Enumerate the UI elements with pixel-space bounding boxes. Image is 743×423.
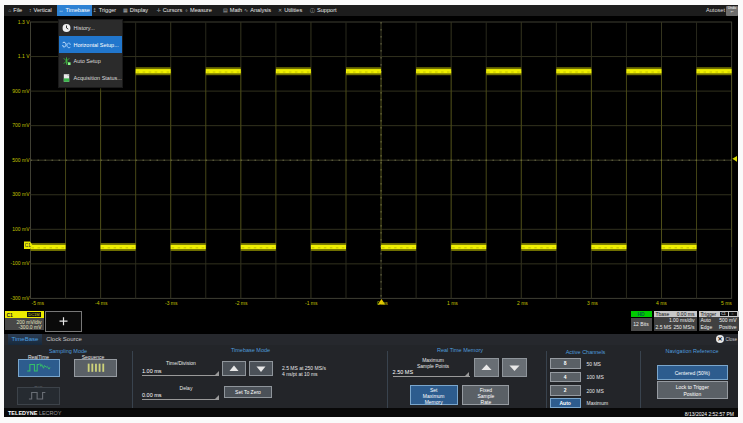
svg-text:C1: C1 — [25, 242, 32, 248]
